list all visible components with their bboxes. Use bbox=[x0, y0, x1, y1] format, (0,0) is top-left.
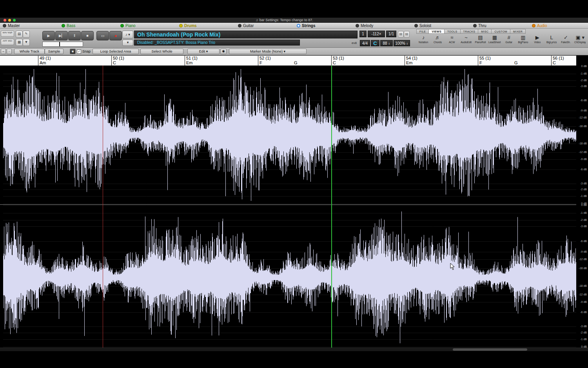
tab-file[interactable]: FILE bbox=[416, 29, 428, 34]
lead-sheet-icon: ▦ bbox=[492, 34, 497, 41]
chord-display-button[interactable]: ▣ ▾ChDisplay bbox=[573, 34, 587, 47]
play-from-bar-button[interactable]: ▶▏ bbox=[55, 31, 68, 40]
save-button[interactable]: ▦ bbox=[16, 39, 23, 46]
guitar-button[interactable]: #Guitar bbox=[502, 34, 516, 47]
grip-button[interactable]: · bbox=[7, 49, 12, 54]
db-scale-label: -9 dB bbox=[580, 109, 587, 112]
edit-file-button[interactable]: ✎ bbox=[23, 31, 30, 38]
audio-edit-bar: − · Whole Track Sample ■ ✓ Snap Loop Sel… bbox=[0, 48, 588, 55]
db-scale-label: -9 dB bbox=[580, 158, 587, 161]
snap-mode-button[interactable]: ■ bbox=[70, 49, 76, 54]
track-thru[interactable]: Thru bbox=[470, 23, 529, 28]
audio-edit-button[interactable]: ~AudioEdit bbox=[459, 34, 473, 47]
horizontal-scrollbar[interactable] bbox=[0, 348, 588, 351]
settings-button[interactable]: ✱ bbox=[220, 49, 227, 54]
ribbon-label: ChDisplay bbox=[574, 41, 586, 44]
snap-toggle[interactable]: ✓ Snap bbox=[77, 49, 91, 54]
notation-button[interactable]: ♪Notation bbox=[416, 34, 430, 47]
tab-tracks[interactable]: TRACKS bbox=[460, 29, 478, 34]
record-button[interactable]: ● bbox=[109, 31, 122, 40]
song-title-field[interactable]: Oh Shenandoah (Pop Rock Mix) bbox=[134, 31, 358, 38]
collapse-button[interactable]: − bbox=[1, 49, 6, 54]
tempo-stepper-icon[interactable]: ⇕ bbox=[388, 42, 390, 45]
track-piano[interactable]: Piano bbox=[118, 23, 176, 28]
tab-mixer[interactable]: MIXER bbox=[510, 29, 526, 34]
acw-button[interactable]: ≈ACW bbox=[445, 34, 459, 47]
scrollbar-thumb[interactable] bbox=[453, 348, 527, 351]
tab-misc[interactable]: MISC bbox=[478, 29, 491, 34]
track-strings[interactable]: Strings bbox=[294, 23, 353, 28]
time-signature-field[interactable]: 4/4 bbox=[360, 40, 370, 46]
big-piano-button[interactable]: ▥BigPiano bbox=[516, 34, 530, 47]
minimize-window-icon[interactable] bbox=[8, 19, 11, 22]
db-scale-label: -1 dB bbox=[580, 338, 587, 341]
track-guitar[interactable]: Guitar bbox=[235, 23, 294, 28]
style-info-field[interactable]: Disabled: _BOSSAPT.STY: Bossa Piano Trio bbox=[134, 40, 300, 46]
page-icon: ▤ bbox=[405, 32, 408, 36]
track-bass[interactable]: Bass bbox=[59, 23, 118, 28]
db-scale-label: -9 dB bbox=[580, 301, 587, 304]
zoom-window-icon[interactable] bbox=[13, 19, 16, 22]
stereo-waveform-canvas[interactable] bbox=[3, 66, 576, 348]
chords-icon: ♬ bbox=[435, 34, 440, 41]
zoom-field[interactable]: 100%⇕ bbox=[394, 40, 410, 46]
video-button[interactable]: ▶Video bbox=[530, 34, 544, 47]
bar-number: 53 (1) bbox=[333, 56, 344, 60]
pause-button[interactable]: ‖ bbox=[68, 31, 81, 40]
pause-icon: ‖ bbox=[74, 34, 75, 38]
stop-button[interactable]: ■ bbox=[81, 31, 94, 40]
big-piano-icon: ▥ bbox=[521, 34, 525, 41]
bar-position-field[interactable]: 1 bbox=[359, 31, 367, 37]
chords-button[interactable]: ♬Chords bbox=[430, 34, 445, 47]
ribbon-label: Notation bbox=[419, 41, 428, 44]
track-radio-icon bbox=[473, 24, 477, 27]
piano-roll-button[interactable]: ▤PianoRoll bbox=[473, 34, 487, 47]
hold-button[interactable]: ▭ bbox=[96, 31, 109, 40]
loop-selected-area-button[interactable]: Loop Selected Area bbox=[93, 49, 139, 54]
song-title-dropdown-button[interactable]: ♪ ▾ bbox=[122, 31, 133, 38]
tempo-field[interactable]: 88⇕ bbox=[380, 40, 393, 46]
export-button[interactable]: ▼ bbox=[23, 39, 30, 46]
beat-position-field[interactable]: -112× bbox=[368, 31, 385, 37]
big-lyrics-button[interactable]: LBigLyrics bbox=[544, 34, 559, 47]
track-drums[interactable]: Drums bbox=[176, 23, 235, 28]
track-soloist[interactable]: Soloist bbox=[412, 23, 470, 28]
chorus-field[interactable]: 1/1 bbox=[386, 31, 396, 37]
ruler-bar-55: 55 (1)F bbox=[478, 56, 491, 66]
song-position-bar[interactable] bbox=[42, 42, 83, 47]
open-file-button[interactable]: ▤ bbox=[16, 31, 23, 38]
sample-button[interactable]: Sample bbox=[45, 49, 64, 54]
style-dropdown-button[interactable]: ▾ bbox=[122, 40, 133, 46]
bar-number: 51 (1) bbox=[186, 56, 198, 60]
db-scale-label: -12 dB bbox=[579, 258, 587, 261]
tab-views[interactable]: VIEWS bbox=[428, 29, 444, 34]
whole-track-button[interactable]: Whole Track bbox=[14, 49, 45, 54]
db-scale-label: -2 dB bbox=[580, 188, 587, 191]
track-master[interactable]: Master bbox=[0, 23, 59, 28]
page-b-button[interactable]: ▤ bbox=[404, 31, 410, 38]
aiff-midi-chip[interactable]: AIFF MIDI bbox=[1, 39, 14, 45]
play-button[interactable]: ▶ bbox=[42, 31, 55, 40]
close-window-icon[interactable] bbox=[4, 19, 6, 22]
fake-sheet-button[interactable]: ✓FakeSh. bbox=[559, 34, 573, 47]
track-melody[interactable]: Melody bbox=[353, 23, 412, 28]
key-field[interactable]: C bbox=[371, 40, 379, 46]
lead-sheet-button[interactable]: ▦LeadSheet bbox=[488, 34, 502, 47]
marker-mode-dropdown[interactable]: Marker Mode (None) ▾ bbox=[229, 49, 307, 54]
select-whole-button[interactable]: Select Whole bbox=[140, 49, 183, 54]
ribbon-label: PianoRoll bbox=[475, 41, 486, 44]
page-a-button[interactable]: ▤ bbox=[398, 31, 404, 38]
track-radio-icon bbox=[3, 24, 6, 27]
tab-tools[interactable]: TOOLS bbox=[444, 29, 460, 34]
track-radio-icon bbox=[532, 24, 535, 27]
checkbox-icon: ✓ bbox=[77, 49, 81, 54]
tab-custom[interactable]: CUSTOM bbox=[491, 29, 510, 34]
track-radio-icon bbox=[120, 24, 124, 27]
track-label: Bass bbox=[67, 24, 75, 28]
audio-edit-icon: ~ bbox=[465, 34, 468, 41]
wav-mr-chip[interactable]: WAV M&R bbox=[1, 31, 14, 37]
edit-menu-button[interactable]: Edit ▾ bbox=[187, 49, 220, 54]
timeline-ruler[interactable]: 49 (1)Am 50 (1)C 51 (1)Em 52 (1)F 53 (1)… bbox=[0, 55, 576, 66]
track-audio[interactable]: Audio bbox=[529, 23, 588, 28]
zoom-stepper-icon[interactable]: ⇕ bbox=[406, 42, 408, 45]
